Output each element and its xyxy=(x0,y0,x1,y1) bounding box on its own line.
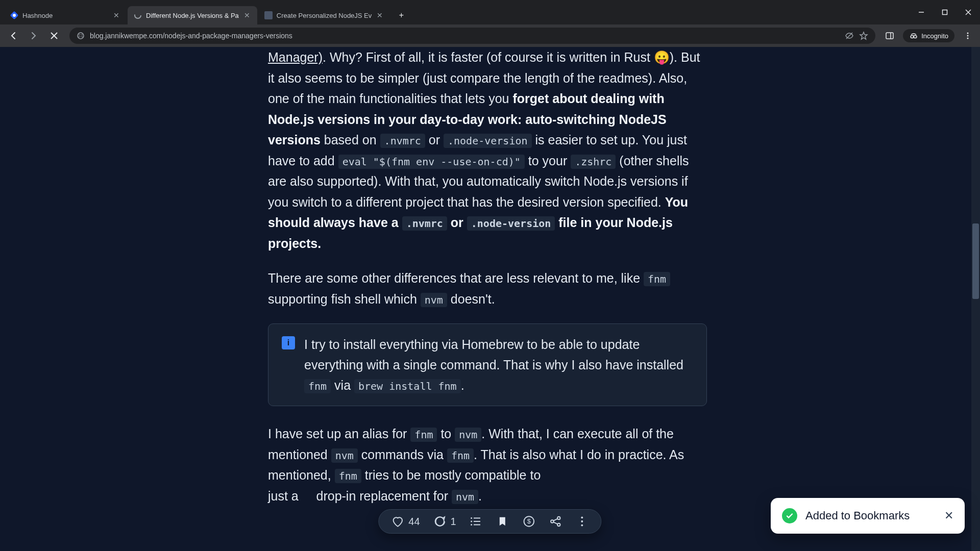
paragraph: There are some other differences that ar… xyxy=(268,268,707,309)
svg-point-16 xyxy=(967,33,969,34)
new-tab-button[interactable]: + xyxy=(394,8,408,22)
svg-point-14 xyxy=(911,36,914,38)
svg-line-32 xyxy=(553,522,558,524)
back-button[interactable] xyxy=(4,27,22,45)
like-button[interactable]: 44 xyxy=(391,515,420,528)
side-panel-icon[interactable] xyxy=(881,28,898,44)
scrollbar[interactable] xyxy=(971,47,980,551)
toc-button[interactable] xyxy=(470,515,483,528)
svg-point-25 xyxy=(471,524,473,525)
star-icon[interactable] xyxy=(859,31,868,40)
svg-rect-12 xyxy=(886,33,893,39)
loading-icon xyxy=(134,11,142,19)
maximize-button[interactable] xyxy=(933,0,957,24)
callout-body: I try to install everything via Homebrew… xyxy=(304,334,693,395)
svg-point-10 xyxy=(78,33,84,39)
sponsor-button[interactable]: $ xyxy=(523,515,536,528)
more-button[interactable] xyxy=(576,515,589,528)
svg-line-31 xyxy=(553,519,558,521)
svg-text:$: $ xyxy=(527,517,531,525)
bookmark-icon xyxy=(496,515,509,528)
svg-point-35 xyxy=(581,524,583,527)
like-count: 44 xyxy=(408,516,420,528)
hashnode-icon xyxy=(10,11,18,19)
article-body: Manager). Why? First of all, it is faste… xyxy=(0,47,970,541)
action-bar: 44 1 $ xyxy=(378,509,601,534)
svg-point-34 xyxy=(581,520,583,522)
eye-off-icon[interactable] xyxy=(845,31,854,40)
minimize-button[interactable] xyxy=(910,0,933,24)
close-icon[interactable]: ✕ xyxy=(243,11,251,19)
url-text: blog.jannikwempe.com/nodejs-and-package-… xyxy=(90,32,840,40)
viewport: Manager). Why? First of all, it is faste… xyxy=(0,47,980,551)
svg-rect-3 xyxy=(264,11,273,19)
tab-title: Different Node.js Versions & Pa xyxy=(146,12,239,19)
list-icon xyxy=(470,515,483,528)
tab-bar: Hashnode ✕ Different Node.js Versions & … xyxy=(0,0,980,24)
incognito-icon xyxy=(909,31,918,40)
toast-close-button[interactable]: ✕ xyxy=(944,509,953,522)
svg-point-24 xyxy=(471,520,473,522)
page-favicon xyxy=(264,11,273,19)
close-window-button[interactable] xyxy=(957,0,980,24)
forward-button[interactable] xyxy=(24,27,43,45)
info-callout: i I try to install everything via Homebr… xyxy=(268,323,707,406)
tab-title: Create Personalized NodeJS Ev xyxy=(277,12,372,19)
bookmark-button[interactable] xyxy=(496,515,509,528)
stop-reload-button[interactable] xyxy=(45,27,63,45)
close-icon[interactable]: ✕ xyxy=(376,11,384,19)
incognito-label: Incognito xyxy=(921,32,948,40)
bookmark-toast: Added to Bookmarks ✕ xyxy=(771,498,965,534)
check-icon xyxy=(782,508,797,523)
svg-point-19 xyxy=(435,517,444,525)
svg-point-33 xyxy=(581,516,583,518)
address-bar: blog.jannikwempe.com/nodejs-and-package-… xyxy=(0,24,980,47)
svg-point-17 xyxy=(967,35,969,37)
tab-nodejs-events[interactable]: Create Personalized NodeJS Ev ✕ xyxy=(258,6,390,24)
dollar-icon: $ xyxy=(523,515,536,528)
tab-hashnode[interactable]: Hashnode ✕ xyxy=(4,6,127,24)
paragraph: I have set up an alias for fnm to nvm. W… xyxy=(268,423,707,506)
comment-count: 1 xyxy=(451,516,456,528)
svg-point-2 xyxy=(135,12,141,18)
paragraph: Manager). Why? First of all, it is faste… xyxy=(268,47,707,254)
svg-rect-5 xyxy=(943,10,947,15)
share-button[interactable] xyxy=(549,515,562,528)
close-icon[interactable]: ✕ xyxy=(112,11,120,19)
more-icon xyxy=(576,515,589,528)
toast-text: Added to Bookmarks xyxy=(805,509,936,522)
info-icon: i xyxy=(282,336,295,349)
share-icon xyxy=(549,515,562,528)
manager-link[interactable]: Manager) xyxy=(268,50,323,64)
site-info-icon[interactable] xyxy=(77,32,85,40)
svg-point-1 xyxy=(13,14,16,17)
tab-article[interactable]: Different Node.js Versions & Pa ✕ xyxy=(128,6,257,24)
comment-icon xyxy=(433,515,447,528)
incognito-indicator[interactable]: Incognito xyxy=(903,29,954,42)
url-box[interactable]: blog.jannikwempe.com/nodejs-and-package-… xyxy=(69,28,875,44)
heart-icon xyxy=(391,515,404,528)
svg-point-23 xyxy=(471,517,473,519)
svg-point-18 xyxy=(967,38,969,39)
comment-button[interactable]: 1 xyxy=(433,515,456,528)
menu-button[interactable] xyxy=(960,28,976,44)
scrollbar-thumb[interactable] xyxy=(972,223,979,299)
svg-point-15 xyxy=(914,36,917,38)
tab-title: Hashnode xyxy=(22,12,108,19)
